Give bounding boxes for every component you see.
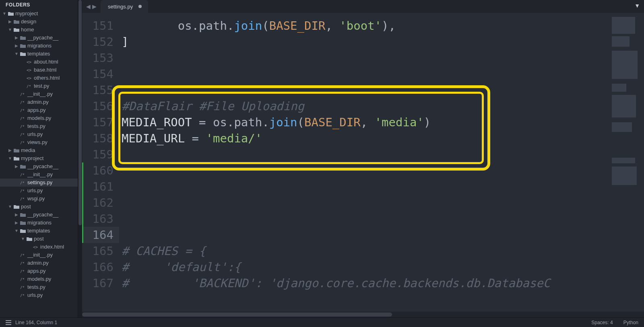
tree-item[interactable]: /*admin.py	[0, 259, 78, 267]
svg-text:/*: /*	[20, 269, 25, 274]
tab-overflow-menu-icon[interactable]: ▼	[634, 2, 640, 9]
tree-item-label: myproject	[21, 154, 43, 162]
tree-item[interactable]: <>base.html	[0, 66, 78, 74]
tree-item-label: apps.py	[27, 106, 46, 114]
tree-item-label: base.html	[34, 66, 56, 74]
status-syntax[interactable]: Python	[623, 320, 638, 325]
disclosure-icon: ▶	[7, 146, 13, 154]
code-editor[interactable]: 1511521531541551561571581591601611621631…	[82, 13, 644, 317]
gutter-line-number: 155	[82, 82, 119, 98]
code-line[interactable]	[122, 146, 608, 162]
code-line[interactable]	[122, 162, 608, 179]
tree-item-label: __init__.py	[27, 171, 53, 179]
tree-item[interactable]: ▶__pycache__	[0, 162, 78, 171]
tab-bar: ◀ ▶ settings.py ▼	[82, 0, 644, 13]
svg-text:/*: /*	[20, 93, 25, 97]
tree-item-label: tests.py	[27, 122, 45, 130]
svg-text:/*: /*	[20, 125, 25, 129]
tree-item-label: admin.py	[27, 98, 49, 106]
minimap[interactable]	[609, 14, 642, 309]
code-line[interactable]: MEDIA_ROOT = os.path.join(BASE_DIR, 'med…	[122, 114, 608, 130]
editor-horizontal-scrollbar[interactable]	[82, 312, 644, 317]
tree-item[interactable]: ▼post	[0, 235, 78, 243]
tree-item[interactable]: <>index.html	[0, 243, 78, 251]
gutter-line-number: 165	[82, 243, 119, 259]
tree-item[interactable]: /*settings.py	[0, 179, 78, 187]
editor-hscroll-thumb[interactable]	[82, 313, 392, 317]
tree-item[interactable]: ▶__pycache__	[0, 34, 78, 42]
tree-item[interactable]: ▶media	[0, 146, 78, 154]
code-line[interactable]	[122, 195, 608, 211]
py-icon: /*	[19, 253, 27, 257]
status-indent[interactable]: Spaces: 4	[591, 320, 613, 325]
svg-text:/*: /*	[20, 173, 25, 177]
disclosure-icon: ▼	[7, 203, 13, 211]
tab-settings-py[interactable]: settings.py	[101, 0, 148, 13]
tree-item[interactable]: ▼templates	[0, 50, 78, 58]
tree-item[interactable]: /*__init__.py	[0, 251, 78, 259]
tree-item-label: myproject	[15, 10, 38, 18]
tree-item-label: wsgi.py	[27, 195, 45, 203]
menu-icon[interactable]	[6, 320, 11, 325]
tree-item[interactable]: ▶design	[0, 18, 78, 26]
tree-item[interactable]: /*test.py	[0, 82, 78, 90]
tree-item[interactable]: /*apps.py	[0, 106, 78, 114]
tree-item[interactable]: <>about.html	[0, 58, 78, 66]
tree-item[interactable]: /*tests.py	[0, 283, 78, 291]
sidebar-scrollbar[interactable]	[78, 0, 82, 317]
tree-item-label: index.html	[40, 243, 64, 251]
code-line[interactable]: # 'BACKEND': 'django.core.cache.backends…	[122, 275, 608, 291]
tree-item[interactable]: /*wsgi.py	[0, 195, 78, 203]
code-line[interactable]: # 'default':{	[122, 259, 608, 275]
tree-item-label: apps.py	[27, 267, 46, 275]
tree-item[interactable]: ▼templates	[0, 227, 78, 235]
folder-open-icon	[19, 228, 27, 233]
tree-item[interactable]: /*apps.py	[0, 267, 78, 275]
tree-item[interactable]: ▼myproject	[0, 154, 78, 162]
code-line[interactable]	[122, 211, 608, 227]
gutter-modified-indicator	[82, 162, 83, 243]
tree-item[interactable]: ▼home	[0, 26, 78, 34]
tree-item[interactable]: ▼myproject	[0, 10, 78, 18]
tree-item[interactable]: /*views.py	[0, 138, 78, 146]
code-line[interactable]	[122, 50, 608, 66]
gutter-line-number: 156	[82, 98, 119, 114]
tree-item[interactable]: ▶migrations	[0, 42, 78, 50]
svg-text:/*: /*	[20, 133, 25, 137]
tree-item[interactable]: /*models.py	[0, 275, 78, 283]
tree-item-label: design	[21, 18, 36, 26]
disclosure-icon: ▼	[20, 235, 26, 243]
gutter-line-number: 153	[82, 50, 119, 66]
tree-item[interactable]: ▶migrations	[0, 219, 78, 227]
tree-item[interactable]: /*urls.py	[0, 130, 78, 138]
tree-item[interactable]: ▶__pycache__	[0, 211, 78, 219]
status-cursor-position[interactable]: Line 164, Column 1	[15, 320, 57, 325]
code-line[interactable]	[122, 82, 608, 98]
svg-text:<>: <>	[33, 245, 38, 249]
gutter-line-number: 152	[82, 34, 119, 50]
tree-item[interactable]: /*admin.py	[0, 98, 78, 106]
code-line[interactable]	[122, 66, 608, 82]
code-line[interactable]: #DataFlair #File Uploading	[122, 98, 608, 114]
code-line[interactable]	[122, 227, 608, 243]
tree-item[interactable]: <>others.html	[0, 74, 78, 82]
tab-forward-icon[interactable]: ▶	[92, 3, 97, 10]
code-line[interactable]: MEDIA_URL = 'media/'	[122, 130, 608, 146]
tree-item-label: __init__.py	[27, 251, 53, 259]
tree-item[interactable]: /*urls.py	[0, 291, 78, 299]
tree-item[interactable]: /*urls.py	[0, 187, 78, 195]
tree-item-label: migrations	[27, 219, 52, 227]
gutter-line-number: 166	[82, 259, 119, 275]
py-icon: /*	[19, 285, 27, 290]
tab-back-icon[interactable]: ◀	[86, 3, 91, 10]
code-line[interactable]: # CACHES = {	[122, 243, 608, 259]
tree-item[interactable]: /*models.py	[0, 114, 78, 122]
tree-item[interactable]: /*tests.py	[0, 122, 78, 130]
tree-item[interactable]: /*__init__.py	[0, 90, 78, 98]
tree-item[interactable]: /*__init__.py	[0, 171, 78, 179]
tree-item[interactable]: ▼post	[0, 203, 78, 211]
sidebar-scroll-thumb[interactable]	[78, 0, 82, 225]
code-line[interactable]: ]	[122, 34, 608, 50]
code-line[interactable]: os.path.join(BASE_DIR, 'boot'),	[122, 18, 608, 34]
code-line[interactable]	[122, 179, 608, 195]
